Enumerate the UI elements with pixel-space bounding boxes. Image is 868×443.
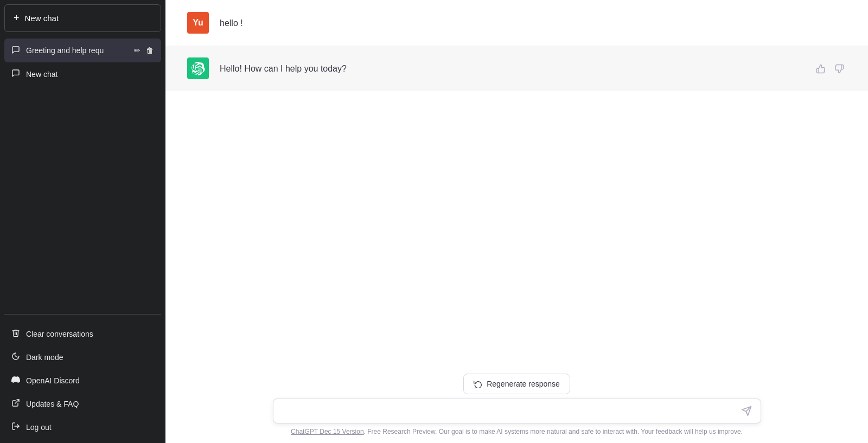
conversation-label-greeting: Greeting and help requ [26,46,127,55]
message-feedback-actions [814,57,846,78]
assistant-message-row: Hello! How can I help you today? [165,46,868,91]
user-avatar: Yu [187,12,209,34]
logout-label: Log out [26,423,52,432]
plus-icon: + [14,12,20,24]
sidebar-bottom: Clear conversations Dark mode OpenAI Dis… [0,318,165,443]
thumbs-down-button[interactable] [832,63,846,78]
chat-actions: ✏ 🗑 [133,45,155,56]
clear-conversations-button[interactable]: Clear conversations [4,322,161,345]
discord-icon [11,375,21,386]
message-input[interactable] [281,407,740,416]
footer-text: ChatGPT Dec 15 Version. Free Research Pr… [291,428,743,439]
chat-messages: Yu hello ! Hello! How can I help you tod… [165,0,868,367]
regenerate-response-button[interactable]: Regenerate response [463,374,570,394]
logout-button[interactable]: Log out [4,415,161,439]
assistant-message-content: Hello! How can I help you today? [220,57,803,76]
user-message-content: hello ! [220,12,846,30]
dark-mode-button[interactable]: Dark mode [4,345,161,369]
message-input-wrapper [273,399,761,423]
sidebar-item-new-chat[interactable]: New chat [4,62,161,86]
chat-icon [11,46,21,56]
edit-conversation-button[interactable]: ✏ [133,45,142,56]
new-chat-label: New chat [25,14,59,23]
user-avatar-initials: Yu [193,18,203,28]
svg-line-0 [15,400,19,403]
user-message-row: Yu hello ! [165,0,868,46]
delete-conversation-button[interactable]: 🗑 [145,45,155,56]
discord-label: OpenAI Discord [26,376,80,385]
sidebar: + New chat Greeting and help requ ✏ 🗑 Ne… [0,0,165,443]
sidebar-item-greeting[interactable]: Greeting and help requ ✏ 🗑 [4,38,161,62]
conversation-label-new: New chat [26,70,155,79]
updates-faq-button[interactable]: Updates & FAQ [4,392,161,415]
clear-conversations-label: Clear conversations [26,330,93,338]
dark-mode-label: Dark mode [26,353,63,362]
moon-icon [11,352,21,362]
main-content: Yu hello ! Hello! How can I help you tod… [165,0,868,443]
footer-description: . Free Research Preview. Our goal is to … [364,428,743,435]
logout-icon [11,422,21,432]
discord-button[interactable]: OpenAI Discord [4,369,161,392]
chat-icon-2 [11,69,21,79]
external-link-icon [11,399,21,409]
footer-version-link[interactable]: ChatGPT Dec 15 Version [291,428,364,435]
bottom-area: Regenerate response ChatGPT Dec 15 Versi… [165,367,868,443]
assistant-avatar [187,57,209,79]
regenerate-icon [474,380,482,388]
openai-logo-icon [191,61,205,75]
send-button[interactable] [740,405,753,418]
trash-icon [11,329,21,339]
thumbs-up-button[interactable] [814,63,828,78]
chat-list: Greeting and help requ ✏ 🗑 New chat [0,36,165,311]
sidebar-divider [4,314,161,314]
new-chat-button[interactable]: + New chat [4,4,161,32]
updates-faq-label: Updates & FAQ [26,400,79,408]
send-icon [741,406,752,416]
regenerate-label: Regenerate response [487,380,560,388]
